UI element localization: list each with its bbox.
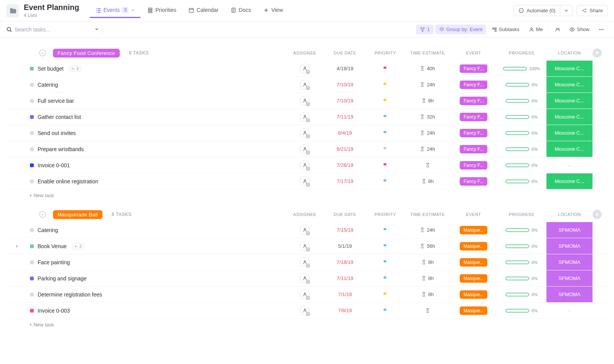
task-name[interactable]: Catering: [38, 82, 58, 88]
location-tag[interactable]: SFMOMA: [546, 238, 593, 254]
task-name[interactable]: Set budget: [38, 66, 64, 72]
event-tag[interactable]: Fancy F...: [460, 177, 487, 186]
task-row[interactable]: Full service bar+7/10/198hFancy F...0%Mo…: [6, 93, 608, 109]
expand-icon[interactable]: [16, 245, 18, 248]
progress[interactable]: 0%: [505, 99, 538, 103]
subtask-count[interactable]: 3: [69, 66, 81, 72]
col-event[interactable]: EVENT: [451, 212, 497, 217]
status-indicator[interactable]: [30, 83, 34, 87]
progress[interactable]: 0%: [505, 228, 538, 232]
task-name[interactable]: Gather contact list: [38, 114, 81, 120]
task-row[interactable]: Enable online registration+7/17/198hFanc…: [6, 173, 608, 189]
task-name[interactable]: Determine registration fees: [38, 292, 102, 298]
tab-events[interactable]: Events 3: [90, 3, 140, 18]
time-estimate[interactable]: 24h: [420, 146, 435, 152]
event-tag[interactable]: Fancy F...: [460, 161, 487, 170]
event-tag[interactable]: Masque...: [460, 258, 488, 267]
location-tag[interactable]: Moscone C...: [546, 61, 593, 76]
share-button[interactable]: Share: [576, 5, 608, 16]
task-name[interactable]: Enable online registration: [38, 178, 98, 184]
status-indicator[interactable]: [30, 131, 34, 135]
assignee-empty[interactable]: +: [300, 144, 310, 154]
col-assignee[interactable]: ASSIGNEE: [286, 51, 324, 55]
add-column-button[interactable]: +: [593, 48, 602, 58]
search-options[interactable]: [91, 25, 102, 34]
collapse-toggle[interactable]: [39, 49, 46, 56]
location-tag[interactable]: Moscone C...: [546, 109, 593, 125]
progress[interactable]: 0%: [505, 244, 538, 249]
status-indicator[interactable]: [30, 228, 34, 232]
new-task-button[interactable]: + New task: [6, 189, 608, 198]
status-indicator[interactable]: [30, 244, 34, 248]
time-estimate[interactable]: 24h: [420, 82, 435, 87]
location-tag[interactable]: -: [546, 157, 593, 173]
task-name[interactable]: Full service bar: [38, 98, 74, 104]
location-tag[interactable]: SFMOMA: [546, 254, 593, 270]
due-date[interactable]: 7/17/19: [337, 178, 353, 184]
new-task-button[interactable]: + New task: [6, 319, 608, 328]
progress[interactable]: 0%: [505, 163, 538, 168]
task-row[interactable]: Send out invites+6/4/1924hFancy F...0%Mo…: [6, 125, 608, 141]
time-estimate[interactable]: 32h: [420, 114, 435, 120]
time-estimate[interactable]: [425, 163, 430, 168]
tab-priorities[interactable]: Priorities: [142, 3, 182, 18]
assignee-empty[interactable]: +: [300, 160, 310, 170]
more-options[interactable]: [595, 25, 608, 34]
priority-flag[interactable]: [383, 244, 388, 249]
priority-flag[interactable]: [383, 130, 388, 136]
automate-button[interactable]: Automate (0): [513, 5, 560, 16]
status-indicator[interactable]: [30, 115, 34, 119]
task-name[interactable]: Send out invites: [38, 130, 76, 136]
progress[interactable]: 0%: [505, 276, 538, 281]
task-name[interactable]: Catering: [38, 227, 58, 233]
priority-flag[interactable]: [383, 147, 388, 152]
status-indicator[interactable]: [30, 163, 34, 167]
event-tag[interactable]: Masque...: [460, 274, 488, 283]
priority-flag[interactable]: [383, 292, 388, 297]
task-name[interactable]: Invoice 0-003: [38, 308, 70, 314]
task-name[interactable]: Book Venue: [38, 243, 67, 249]
group-tag[interactable]: Masquerade Ball: [53, 210, 102, 219]
page-title[interactable]: Event Planning: [24, 3, 79, 12]
progress[interactable]: 0%: [505, 147, 538, 152]
automate-dropdown[interactable]: [560, 5, 573, 16]
priority-flag[interactable]: [383, 179, 388, 184]
event-tag[interactable]: Fancy F...: [460, 64, 487, 73]
assignee-empty[interactable]: +: [300, 290, 310, 300]
location-tag[interactable]: -: [546, 303, 593, 318]
event-tag[interactable]: Masque...: [460, 242, 488, 250]
event-tag[interactable]: Fancy F...: [460, 81, 487, 89]
due-date[interactable]: 6/21/19: [337, 146, 353, 152]
priority-flag[interactable]: [383, 66, 388, 71]
event-tag[interactable]: Masque...: [460, 290, 488, 299]
time-estimate[interactable]: 8h: [421, 259, 434, 265]
task-row[interactable]: Face painting+7/18/198hMasque...0%SFMOMA: [6, 254, 608, 270]
status-indicator[interactable]: [30, 260, 34, 264]
group-tag[interactable]: Fancy Food Conference: [53, 49, 120, 58]
assignee-empty[interactable]: +: [300, 80, 310, 90]
col-progress[interactable]: PROGRESS: [497, 51, 546, 55]
task-row[interactable]: Catering+7/15/1924hMasque...0%SFMOMA: [6, 222, 608, 238]
search-input[interactable]: [15, 26, 84, 33]
task-row[interactable]: Parking and signage+7/11/198hMasque...0%…: [6, 270, 608, 287]
subtask-count[interactable]: 3: [72, 243, 84, 249]
assignee-empty[interactable]: +: [300, 128, 310, 138]
status-indicator[interactable]: [30, 180, 34, 183]
due-date[interactable]: 7/26/19: [337, 162, 353, 168]
due-date[interactable]: 7/10/19: [337, 82, 353, 87]
due-date[interactable]: 7/8/19: [338, 308, 352, 313]
event-tag[interactable]: Fancy F...: [460, 145, 487, 153]
event-tag[interactable]: Fancy F...: [460, 129, 487, 137]
due-date[interactable]: 7/10/19: [337, 98, 353, 104]
subtasks-chip[interactable]: Subtasks: [488, 25, 523, 34]
priority-flag[interactable]: [383, 98, 388, 104]
progress[interactable]: 0%: [505, 308, 538, 313]
folder-icon[interactable]: [6, 4, 19, 17]
show-chip[interactable]: Show: [566, 25, 593, 34]
location-tag[interactable]: SFMOMA: [546, 270, 593, 286]
due-date[interactable]: 5/1/19: [338, 243, 352, 249]
progress[interactable]: 100%: [503, 66, 540, 71]
col-assignee[interactable]: ASSIGNEE: [286, 212, 324, 217]
filter-chip[interactable]: 1: [416, 25, 434, 34]
time-estimate[interactable]: 24h: [420, 130, 435, 136]
